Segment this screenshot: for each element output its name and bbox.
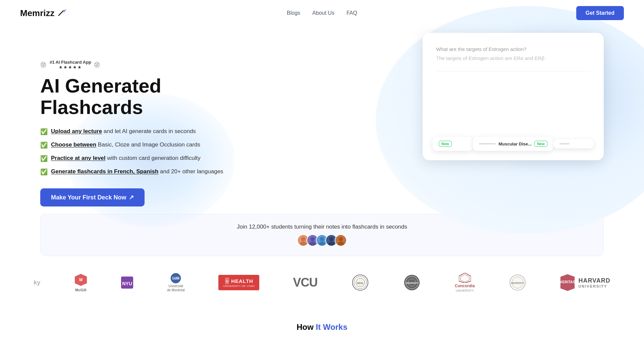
svg-point-2	[65, 9, 66, 10]
deck-card-center[interactable]: Muscular Dise... New	[473, 137, 553, 151]
feature-text-3: Practice at any level with custom card g…	[51, 154, 201, 162]
feature-link-1[interactable]: Upload any lecture	[51, 128, 102, 134]
svg-point-9	[309, 242, 316, 246]
svg-text:UNIVERSITY: UNIVERSITY	[406, 282, 419, 284]
concordia-label: Concordia	[455, 284, 475, 288]
vcu-label: VCU	[293, 276, 317, 290]
flashcard-main: What are the targets of Estrogen action?…	[423, 33, 604, 160]
svg-text:M: M	[79, 278, 83, 282]
check-icon-3: ✅	[40, 155, 48, 163]
uni-logo-mcgill: M McGill	[74, 273, 88, 292]
flashcard-preview: What are the targets of Estrogen action?…	[423, 33, 604, 160]
svg-point-5	[301, 237, 305, 241]
hero-visual: What are the targets of Estrogen action?…	[322, 40, 604, 160]
flashcard-question: What are the targets of Estrogen action?	[436, 46, 590, 52]
deck-card-right[interactable]	[553, 139, 594, 148]
feature-item-4: ✅ Generate flashcards in French, Spanish…	[40, 168, 322, 176]
montreal-label: Universitéde Montréal	[167, 284, 185, 292]
mcgill-label: McGill	[75, 288, 86, 292]
hero-cta-label: Make Your First Deck Now	[51, 194, 126, 201]
svg-point-12	[319, 242, 325, 246]
svg-text:U: U	[226, 280, 228, 283]
uni-logo-concordia: Concordia UNIVERSITY	[455, 273, 475, 292]
uni-logo-seal1: SEAL	[351, 274, 369, 291]
uni-logo-montreal: UdM Universitéde Montréal	[167, 273, 185, 292]
svg-text:VERITAS: VERITAS	[560, 280, 575, 284]
uni-logo-nyu: NYU	[121, 277, 133, 289]
svg-text:UdM: UdM	[172, 277, 179, 280]
card-line-center	[479, 143, 496, 144]
feature-rest-1: and let AI generate cards in seconds	[104, 128, 196, 134]
svg-point-18	[337, 242, 344, 246]
how-title: How It Works	[0, 322, 644, 332]
svg-text:NYU: NYU	[122, 281, 132, 286]
svg-point-1	[64, 10, 65, 11]
svg-line-0	[59, 11, 63, 15]
svg-point-15	[328, 242, 335, 246]
feature-rest-2: Basic, Cloze and Image Occlusion cards	[98, 141, 200, 148]
feature-rest-3: with custom card generation difficulty	[107, 155, 200, 161]
svg-point-3	[63, 12, 64, 12]
svg-text:UNIVERSITY: UNIVERSITY	[511, 282, 524, 284]
badge-laurel-left: 🏵	[40, 61, 47, 69]
feature-link-4[interactable]: Generate flashcards in French, Spanish	[51, 168, 158, 175]
feature-link-3[interactable]: Practice at any level	[51, 155, 106, 161]
feature-link-2[interactable]: Choose between	[51, 141, 96, 148]
hero-section: 🏵 #1 AI Flashcard App ★★★★★ 🏵 AI Generat…	[0, 26, 644, 207]
check-icon-2: ✅	[40, 141, 48, 149]
feature-text-2: Choose between Basic, Cloze and Image Oc…	[51, 141, 200, 149]
uhealth-sub: UNIVERSITY OF UTAH	[223, 285, 255, 288]
how-prefix: How	[297, 322, 316, 331]
flashcard-answer: The targets of Estrogen action are ERα a…	[436, 55, 590, 61]
svg-point-11	[320, 237, 324, 241]
hero-cta-button[interactable]: Make Your First Deck Now ↗	[40, 188, 145, 206]
svg-point-17	[339, 237, 343, 241]
uni-logo-harvard: VERITAS HARVARD UNIVERSITY	[560, 274, 610, 291]
social-proof-text: Join 12,000+ students turning their note…	[237, 224, 407, 230]
deck-card-left[interactable]: New	[433, 137, 473, 151]
navbar: Memrizz Blogs About Us FAQ Get Started	[0, 0, 644, 26]
award-badge: 🏵 #1 AI Flashcard App ★★★★★ 🏵	[40, 60, 322, 70]
avatar-row	[297, 234, 347, 246]
uni-logo-vcu: VCU	[293, 276, 317, 290]
badge-laurel-right: 🏵	[94, 61, 101, 69]
nav-faq[interactable]: FAQ	[346, 10, 357, 16]
hero-cta-icon: ↗	[129, 194, 134, 201]
nav-about[interactable]: About Us	[312, 10, 334, 16]
badge-stars: ★★★★★	[59, 65, 82, 70]
flashcard-divider	[436, 71, 590, 71]
concordia-sub: UNIVERSITY	[456, 289, 474, 292]
universities-section: ky M McGill NYU UdM Universitéde Montréa…	[0, 273, 644, 292]
logo-icon	[57, 9, 67, 17]
feature-item-1: ✅ Upload any lecture and let AI generate…	[40, 127, 322, 136]
svg-point-6	[300, 242, 307, 246]
feature-text-1: Upload any lecture and let AI generate c…	[51, 127, 196, 135]
badge-title: #1 AI Flashcard App	[50, 60, 91, 65]
new-badge-left: New	[439, 141, 452, 147]
harvard-sub: UNIVERSITY	[578, 284, 610, 288]
harvard-label: HARVARD	[578, 277, 610, 284]
hero-title: AI Generated Flashcards	[40, 75, 235, 118]
flashcard-deck-row: New Muscular Dise... New	[423, 137, 604, 151]
uhealth-label: HEALTH	[231, 278, 253, 284]
badge-content: #1 AI Flashcard App ★★★★★	[50, 60, 91, 70]
feature-item-3: ✅ Practice at any level with custom card…	[40, 154, 322, 163]
logo-text: Memrizz	[20, 8, 55, 18]
avatar-5	[335, 234, 347, 246]
check-icon-1: ✅	[40, 128, 48, 136]
nav-cta-button[interactable]: Get Started	[576, 6, 624, 20]
svg-point-8	[311, 237, 315, 241]
deck-card-center-title: Muscular Dise...	[498, 141, 532, 146]
uni-logo-uhealth: U HEALTH UNIVERSITY OF UTAH	[218, 275, 259, 290]
logo[interactable]: Memrizz	[20, 8, 67, 18]
svg-point-14	[329, 237, 333, 241]
how-highlight: It Works	[316, 322, 347, 331]
card-line-right	[559, 143, 570, 144]
uni-logo-seal3: UNIVERSITY	[508, 274, 527, 291]
nav-links: Blogs About Us FAQ	[287, 10, 357, 16]
nav-blogs[interactable]: Blogs	[287, 10, 300, 16]
feature-item-2: ✅ Choose between Basic, Cloze and Image …	[40, 141, 322, 149]
feature-text-4: Generate flashcards in French, Spanish a…	[51, 168, 223, 176]
feature-rest-4: and 20+ other languages	[160, 168, 223, 175]
hero-content: 🏵 #1 AI Flashcard App ★★★★★ 🏵 AI Generat…	[40, 40, 322, 206]
